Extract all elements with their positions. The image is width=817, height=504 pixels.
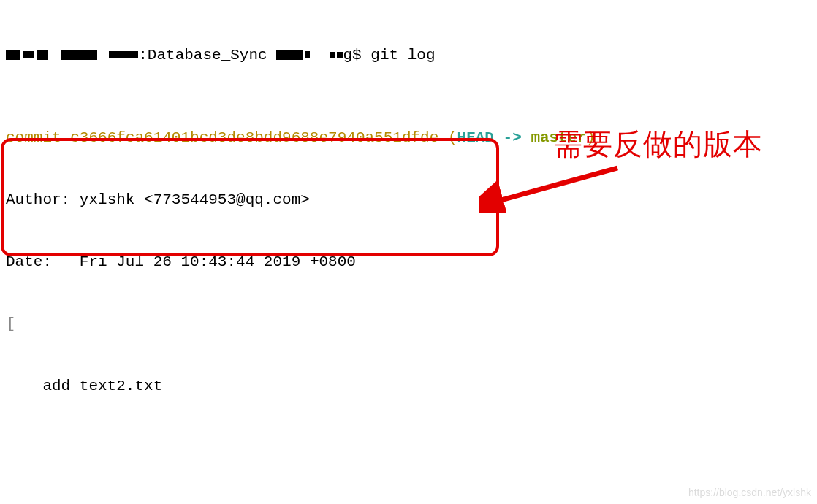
obscured-host xyxy=(109,51,138,58)
obscured-user xyxy=(276,50,303,60)
obscured-host xyxy=(6,50,20,60)
obscured-host xyxy=(61,50,97,60)
prompt-line: :Database_Sync g$ git log xyxy=(6,45,811,66)
annotation-text: 需要反做的版本 xyxy=(553,124,763,164)
arrow-icon: -> xyxy=(494,129,531,146)
obscured-user xyxy=(330,52,335,58)
commit-message: add text2.txt xyxy=(6,376,811,397)
refs-open: ( xyxy=(438,129,457,146)
obscured-user xyxy=(305,51,310,58)
command-text: git log xyxy=(370,47,435,64)
blank-line xyxy=(6,438,811,459)
author-line: Author: yxlshk <773544953@qq.com> xyxy=(6,190,811,210)
prompt-host: :Database_Sync xyxy=(138,47,276,64)
watermark: https://blog.csdn.net/yxlshk xyxy=(688,486,811,500)
terminal-output[interactable]: :Database_Sync g$ git log commit c3666fc… xyxy=(6,4,811,504)
blank-line: [ xyxy=(6,314,811,335)
head-ref: HEAD xyxy=(457,129,494,146)
date-line: Date: Fri Jul 26 10:43:44 2019 +0800 xyxy=(6,252,811,272)
date-value: Fri Jul 26 10:43:44 2019 +0800 xyxy=(80,253,356,270)
commit-hash: c3666fca61401bcd3de8bdd9688e7940a551dfde xyxy=(70,129,438,146)
author-value: yxlshk <773544953@qq.com> xyxy=(80,191,310,208)
commit-hash-label: commit xyxy=(6,129,70,146)
obscured-host xyxy=(37,50,48,60)
prompt-suffix: g$ xyxy=(343,47,370,64)
obscured-host xyxy=(23,51,34,58)
